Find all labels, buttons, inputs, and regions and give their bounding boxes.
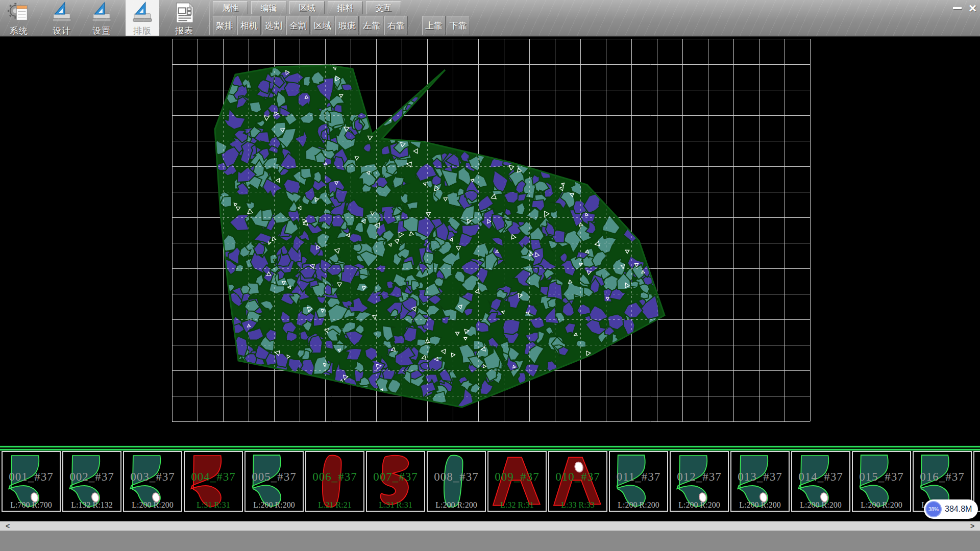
part-thumbnail-8[interactable]: 008_#37L:200 R:200 — [427, 451, 486, 512]
app-label: 排版 — [126, 25, 159, 37]
part-lr-count: L:21 R:21 — [306, 500, 363, 510]
part-thumbnail-9[interactable]: 009_#37L:32 R:31 — [487, 451, 547, 512]
tab-2[interactable]: 编辑 — [251, 1, 286, 14]
app-button-2[interactable]: 设计 — [45, 0, 79, 36]
memory-value: 384.8M — [945, 505, 972, 514]
part-thumbnail-2[interactable]: 002_#37L:132 R:132 — [62, 451, 121, 512]
part-thumbnail-14[interactable]: 014_#37L:200 R:200 — [791, 451, 850, 512]
close-button[interactable]: × — [966, 2, 979, 14]
toolbar-divider — [209, 1, 210, 35]
part-lr-count: L:31 R:31 — [185, 500, 242, 510]
action-button-6[interactable]: 瑕疵 — [335, 16, 359, 35]
scroll-right-arrow[interactable]: > — [965, 522, 980, 531]
parts-thumbnail-strip: 001_#37L:700 R:700002_#37L:132 R:132003_… — [0, 451, 980, 512]
tab-3[interactable]: 区域 — [289, 1, 325, 14]
part-lr-count: L:200 R:200 — [792, 500, 849, 510]
tab-1[interactable]: 属性 — [213, 1, 248, 14]
part-thumbnail-4[interactable]: 004_#37L:31 R:31 — [184, 451, 243, 512]
strip-separator — [0, 445, 980, 451]
part-thumbnail-13[interactable]: 013_#37L:200 R:200 — [730, 451, 790, 512]
action-button-2[interactable]: 相机 — [237, 16, 261, 35]
menu-tabs: 属性编辑区域排料交互 — [213, 1, 404, 14]
part-lr-count: L:700 R:700 — [3, 500, 60, 510]
app-label: 报表 — [167, 25, 201, 37]
scroll-left-arrow[interactable]: < — [0, 522, 15, 531]
app-button-3[interactable]: 设置 — [85, 0, 118, 36]
part-thumbnail-10[interactable]: 010_#37L:33 R:33 — [548, 451, 607, 512]
part-id: 011_#37 — [610, 470, 667, 484]
action-button-1[interactable]: 聚排 — [213, 16, 236, 35]
part-id: 007_#37 — [367, 470, 424, 484]
progress-percent: 38% — [928, 507, 939, 512]
part-id: 003_#37 — [124, 470, 181, 484]
part-id: 009_#37 — [488, 470, 546, 484]
part-id: 013_#37 — [731, 470, 789, 484]
part-id: 008_#37 — [428, 470, 485, 484]
design-icon — [50, 1, 74, 24]
part-lr-count: L:200 R:200 — [731, 500, 789, 510]
action-button-5[interactable]: 区域 — [311, 16, 334, 35]
tab-4[interactable]: 排料 — [328, 1, 363, 14]
app-button-5[interactable]: 报表 — [167, 0, 201, 36]
part-thumbnail-7[interactable]: 007_#37L:31 R:31 — [366, 451, 425, 512]
part-thumbnail-12[interactable]: 012_#37L:200 R:200 — [670, 451, 729, 512]
part-id: 012_#37 — [671, 470, 728, 484]
app-label: 系统 — [2, 25, 36, 37]
part-id: 016_#37 — [914, 470, 971, 484]
part-lr-count: L:200 R:200 — [610, 500, 667, 510]
part-lr-count: L:32 R:31 — [488, 500, 546, 510]
system-icon — [7, 1, 31, 24]
part-thumbnail-1[interactable]: 001_#37L:700 R:700 — [2, 451, 61, 512]
settings-icon — [90, 1, 113, 24]
close-icon: × — [969, 3, 976, 13]
part-id: 006_#37 — [306, 470, 363, 484]
part-id: 004_#37 — [185, 470, 242, 484]
toolbar: 系统设计设置排版报表 属性编辑区域排料交互 聚排相机选割全割区域瑕疵左靠右靠上靠… — [0, 0, 980, 37]
action-button-9[interactable]: 上靠 — [422, 16, 446, 35]
part-id: 015_#37 — [853, 470, 910, 484]
report-icon — [173, 1, 196, 24]
part-id: 001_#37 — [3, 470, 60, 484]
horizontal-scrollbar[interactable]: < > — [0, 521, 980, 531]
part-thumbnail-3[interactable]: 003_#37L:200 R:200 — [123, 451, 182, 512]
app-label: 设置 — [85, 25, 118, 37]
part-id: 010_#37 — [549, 470, 606, 484]
action-button-10[interactable]: 下靠 — [447, 16, 470, 35]
nesting-canvas[interactable] — [0, 37, 980, 445]
app-button-4[interactable]: 排版 — [126, 0, 159, 36]
progress-circle: 38% — [925, 501, 942, 517]
app-button-1[interactable]: 系统 — [2, 0, 36, 36]
action-button-7[interactable]: 左靠 — [360, 16, 383, 35]
action-button-4[interactable]: 全割 — [286, 16, 310, 35]
part-lr-count: L:200 R:200 — [853, 500, 910, 510]
part-thumbnail-5[interactable]: 005_#37L:200 R:200 — [244, 451, 304, 512]
part-lr-count: L:200 R:200 — [246, 500, 303, 510]
part-lr-count: L:200 R:200 — [428, 500, 485, 510]
action-button-3[interactable]: 选割 — [262, 16, 285, 35]
action-button-8[interactable]: 右靠 — [384, 16, 408, 35]
part-id: 005_#37 — [246, 470, 303, 484]
part-lr-count: L:31 R:31 — [367, 500, 424, 510]
part-lr-count: L:132 R:132 — [63, 500, 120, 510]
part-thumbnail-15[interactable]: 015_#37L:200 R:200 — [852, 451, 911, 512]
minimize-icon — [953, 7, 962, 9]
part-thumbnail-6[interactable]: 006_#37L:21 R:21 — [305, 451, 364, 512]
part-id: 017_#37 — [974, 470, 980, 484]
status-bar — [0, 531, 980, 551]
part-thumbnail-11[interactable]: 011_#37L:200 R:200 — [609, 451, 668, 512]
app-label: 设计 — [45, 25, 79, 37]
action-buttons: 聚排相机选割全割区域瑕疵左靠右靠上靠下靠 — [213, 16, 471, 35]
part-lr-count: L:200 R:200 — [671, 500, 728, 510]
tab-5[interactable]: 交互 — [366, 1, 401, 14]
part-lr-count: L:200 R:200 — [124, 500, 181, 510]
nesting-canvas-area[interactable] — [0, 37, 980, 445]
part-id: 014_#37 — [792, 470, 849, 484]
part-id: 002_#37 — [63, 470, 120, 484]
layout-icon — [131, 1, 154, 24]
part-lr-count: L:33 R:33 — [549, 500, 606, 510]
memory-badge: 38% 384.8M — [924, 499, 978, 519]
minimize-button[interactable] — [950, 2, 964, 14]
